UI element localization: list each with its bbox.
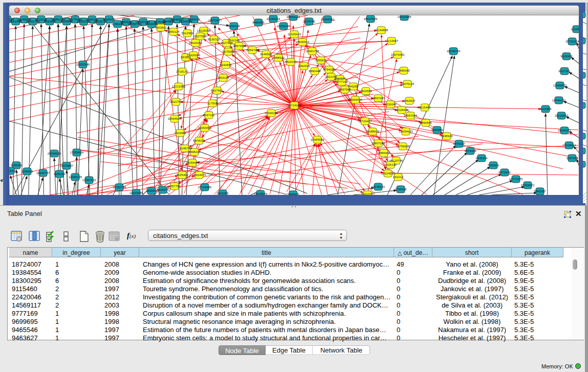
svg-text:12905135: 12905135 [69, 176, 82, 179]
svg-text:7485063: 7485063 [398, 69, 410, 72]
svg-text:3824554: 3824554 [360, 90, 372, 93]
svg-text:9657791: 9657791 [168, 185, 181, 188]
svg-text:7955812: 7955812 [315, 59, 327, 62]
svg-text:2588520: 2588520 [272, 56, 285, 59]
svg-text:13524851: 13524851 [381, 172, 395, 175]
svg-text:1156829: 1156829 [21, 170, 34, 173]
svg-text:6497568: 6497568 [339, 88, 351, 91]
svg-text:1640954: 1640954 [431, 128, 443, 132]
svg-text:12923446: 12923446 [129, 191, 143, 194]
svg-text:15692971: 15692971 [558, 129, 572, 132]
svg-text:6794028: 6794028 [323, 68, 335, 71]
svg-text:2610753: 2610753 [170, 100, 182, 103]
svg-text:15720407: 15720407 [358, 120, 372, 123]
svg-text:8454749: 8454749 [246, 49, 258, 52]
svg-text:8878334: 8878334 [193, 139, 205, 142]
svg-text:9329966: 9329966 [560, 55, 573, 58]
svg-text:16046748: 16046748 [178, 147, 192, 150]
svg-text:12213362: 12213362 [172, 85, 186, 88]
svg-text:7632621: 7632621 [487, 164, 499, 167]
svg-text:1916682: 1916682 [174, 132, 186, 135]
svg-text:8471676: 8471676 [498, 171, 511, 174]
svg-text:1463627: 1463627 [403, 99, 416, 102]
svg-text:1498222: 1498222 [188, 150, 201, 154]
svg-text:1615132: 1615132 [384, 163, 397, 166]
svg-text:1167534: 1167534 [567, 157, 579, 160]
svg-text:2161546: 2161546 [228, 39, 240, 42]
svg-text:5840397: 5840397 [534, 190, 546, 193]
svg-text:3912953: 3912953 [181, 32, 193, 35]
svg-text:3075745: 3075745 [303, 20, 315, 23]
svg-text:12353594: 12353594 [198, 126, 212, 129]
svg-text:19973477: 19973477 [208, 19, 222, 22]
svg-text:12213967: 12213967 [385, 39, 399, 42]
svg-text:23975867: 23975867 [60, 164, 74, 167]
svg-text:18640910: 18640910 [296, 40, 310, 43]
svg-text:2803144: 2803144 [217, 76, 229, 79]
svg-text:9242848: 9242848 [220, 63, 232, 67]
svg-text:9327500: 9327500 [194, 35, 206, 38]
svg-text:8490656: 8490656 [252, 21, 265, 24]
svg-text:20364361: 20364361 [321, 18, 335, 21]
svg-text:22160294: 22160294 [267, 17, 280, 20]
svg-text:15063972: 15063972 [521, 184, 535, 187]
svg-text:12942737: 12942737 [36, 171, 50, 174]
svg-text:16648784: 16648784 [447, 50, 461, 53]
svg-text:2935114: 2935114 [476, 157, 488, 160]
svg-text:8990448: 8990448 [309, 70, 321, 73]
svg-text:20364436: 20364436 [349, 98, 362, 101]
svg-text:7663822: 7663822 [155, 26, 167, 29]
svg-text:10973493: 10973493 [391, 53, 405, 56]
svg-text:8822037: 8822037 [285, 60, 297, 63]
svg-text:3660124: 3660124 [167, 30, 180, 33]
svg-text:16093489: 16093489 [186, 161, 200, 164]
svg-text:3675685: 3675685 [222, 50, 234, 53]
svg-text:14310388: 14310388 [398, 15, 411, 18]
svg-text:8427552: 8427552 [211, 89, 223, 92]
svg-text:14136141: 14136141 [372, 185, 385, 188]
svg-text:6216049: 6216049 [384, 103, 397, 106]
svg-text:8267110: 8267110 [203, 114, 215, 117]
svg-text:1535061: 1535061 [10, 164, 23, 167]
svg-text:12975125: 12975125 [401, 82, 415, 85]
svg-text:6899695: 6899695 [420, 121, 432, 124]
svg-text:16782759: 16782759 [113, 186, 126, 189]
svg-text:8938923: 8938923 [441, 135, 453, 138]
svg-text:9146821: 9146821 [260, 53, 272, 56]
svg-text:8215955: 8215955 [539, 107, 552, 111]
svg-text:6479197: 6479197 [453, 142, 465, 145]
svg-text:19654925: 19654925 [168, 117, 182, 120]
svg-text:9227341: 9227341 [558, 70, 571, 73]
svg-text:16914479: 16914479 [192, 173, 206, 177]
svg-text:117004: 117004 [207, 102, 217, 105]
svg-text:10025438: 10025438 [395, 108, 409, 112]
svg-text:8204075: 8204075 [103, 18, 116, 21]
svg-text:10807487: 10807487 [372, 97, 385, 100]
svg-text:2867608: 2867608 [233, 45, 245, 48]
svg-text:13226058: 13226058 [197, 29, 211, 32]
svg-text:17359924: 17359924 [70, 151, 84, 154]
svg-text:983961: 983961 [181, 56, 191, 59]
svg-text:19654923: 19654923 [399, 130, 413, 133]
svg-text:18807249: 18807249 [372, 142, 385, 145]
svg-text:20647509: 20647509 [364, 17, 378, 20]
svg-text:19756928: 19756928 [396, 145, 410, 148]
svg-text:11325419: 11325419 [288, 33, 301, 36]
svg-text:21053346: 21053346 [76, 63, 90, 66]
svg-text:12444151: 12444151 [552, 99, 566, 102]
svg-text:19384554: 19384554 [311, 138, 324, 141]
svg-text:10688639: 10688639 [366, 130, 380, 133]
svg-text:7625402: 7625402 [176, 173, 188, 177]
svg-text:9474444: 9474444 [464, 149, 476, 152]
svg-text:18724007: 18724007 [288, 104, 301, 107]
svg-text:17957223: 17957223 [82, 179, 96, 182]
svg-text:14957964: 14957964 [404, 114, 418, 117]
svg-text:3084067: 3084067 [378, 151, 390, 155]
svg-text:9115460: 9115460 [419, 106, 431, 109]
svg-text:2663941: 2663941 [145, 189, 158, 192]
svg-text:16154808: 16154808 [375, 29, 388, 32]
svg-text:15751074: 15751074 [565, 40, 579, 43]
svg-text:15300295: 15300295 [265, 112, 278, 115]
svg-text:22053165: 22053165 [277, 25, 291, 28]
svg-text:2983419: 2983419 [188, 18, 201, 21]
